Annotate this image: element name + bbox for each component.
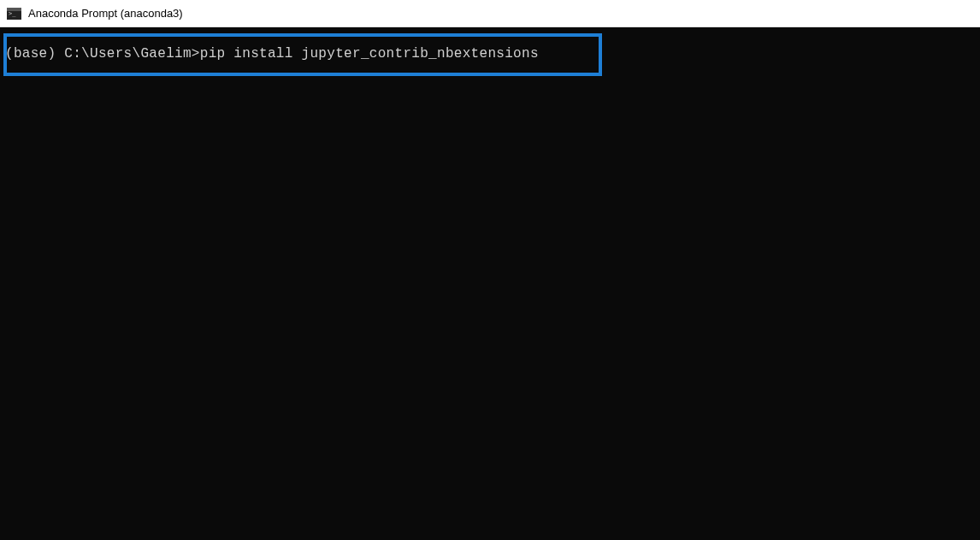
window-title: Anaconda Prompt (anaconda3) (28, 7, 183, 20)
terminal-icon (7, 8, 21, 20)
terminal-prompt: (base) C:\Users\Gaelim> (5, 46, 200, 62)
terminal-command: pip install jupyter_contrib_nbextensions (200, 46, 539, 62)
terminal-line: (base) C:\Users\Gaelim>pip install jupyt… (2, 32, 978, 75)
window-title-bar[interactable]: Anaconda Prompt (anaconda3) (0, 0, 980, 27)
terminal-body[interactable]: (base) C:\Users\Gaelim>pip install jupyt… (0, 27, 980, 540)
